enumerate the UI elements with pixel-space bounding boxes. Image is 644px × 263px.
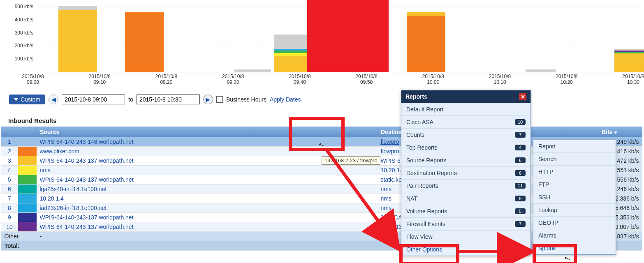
- destination-link[interactable]: flowpro: [381, 138, 399, 145]
- row-number: 2: [1, 147, 18, 156]
- reports-menu-item[interactable]: Other Options: [401, 243, 530, 256]
- destination-link[interactable]: nms: [381, 205, 391, 211]
- chart-bar[interactable]: [274, 35, 311, 72]
- step-back-button[interactable]: ◀: [49, 95, 58, 104]
- row-color-swatch: [18, 203, 37, 213]
- destination-link[interactable]: nms: [381, 195, 391, 202]
- source-link[interactable]: nms: [40, 167, 51, 173]
- col-bits[interactable]: Bits: [598, 127, 642, 137]
- source-link[interactable]: iad23s26-in-f18.1e100.net: [40, 205, 107, 211]
- reports-menu-item[interactable]: Top Reports4: [401, 141, 530, 154]
- submenu-item[interactable]: HTTP: [533, 165, 616, 178]
- source-link[interactable]: WPIS-64-140-243-137.worldpath.net: [40, 157, 134, 164]
- col-source[interactable]: Source: [37, 127, 378, 137]
- submenu-item[interactable]: GEO IP: [533, 216, 616, 229]
- row-color-swatch: [18, 194, 37, 203]
- menu-item-label: Flow View: [406, 233, 433, 240]
- count-badge: 11: [515, 183, 526, 189]
- chart-bar[interactable]: [125, 12, 164, 72]
- submenu-item[interactable]: Alarms: [533, 229, 616, 242]
- source-link[interactable]: WPIS-64-140-243-137.worldpath.net: [40, 224, 134, 230]
- count-badge: 4: [515, 145, 526, 150]
- row-color-swatch: [18, 156, 37, 166]
- chart-bar[interactable]: [407, 12, 445, 72]
- business-hours-label: Business Hours: [226, 96, 266, 103]
- source-link[interactable]: WPIS-64-140-243-137.worldpath.net: [40, 214, 134, 221]
- submenu-item[interactable]: Lookup: [533, 203, 616, 216]
- menu-item-label: NAT: [406, 195, 417, 202]
- chart-bar[interactable]: [58, 6, 97, 72]
- chart-bar[interactable]: [526, 69, 556, 72]
- submenu-item[interactable]: Report: [533, 140, 616, 152]
- submenu-item[interactable]: Search: [533, 152, 616, 165]
- from-date-input[interactable]: [62, 95, 125, 104]
- menu-item-label: Pair Reports: [406, 182, 438, 189]
- reports-menu-item[interactable]: Flow View: [401, 230, 530, 243]
- chart-bar[interactable]: [234, 69, 271, 72]
- step-forward-button[interactable]: ▶: [203, 95, 213, 104]
- count-badge: 8: [515, 196, 526, 201]
- col-index: [1, 127, 18, 137]
- reports-menu-item[interactable]: Default Report: [401, 103, 530, 115]
- count-badge: 7: [515, 132, 526, 138]
- source-link[interactable]: www.plixer.com: [40, 148, 79, 155]
- business-hours-checkbox[interactable]: [216, 96, 223, 103]
- source-link[interactable]: lga25s40-in-f14.1e100.net: [40, 186, 107, 192]
- submenu-item[interactable]: SSH: [533, 191, 616, 203]
- row-number: 7: [1, 194, 18, 203]
- source-link[interactable]: 10.20.1.4: [40, 195, 64, 202]
- count-badge: 6: [515, 157, 526, 163]
- sort-icon: [614, 132, 617, 134]
- time-range-label: Custom: [21, 96, 40, 103]
- source-link[interactable]: WPIS-64-140-243-148.worldpath.net: [40, 138, 134, 145]
- x-tick-label: 2015/10/810:00: [422, 74, 444, 85]
- row-number: 1: [1, 137, 18, 147]
- destination-link[interactable]: flowpro: [381, 148, 399, 155]
- chart-bar[interactable]: [307, 0, 389, 72]
- row-number: 8: [1, 203, 18, 213]
- to-date-input[interactable]: [137, 95, 200, 104]
- row-color-swatch: [18, 213, 37, 222]
- time-controls: Custom ◀ to ▶ Business Hours Apply Dates: [9, 93, 301, 106]
- destination-link[interactable]: nms: [381, 186, 391, 192]
- count-badge: 7: [515, 221, 526, 227]
- reports-menu-item[interactable]: Counts7: [401, 128, 530, 141]
- row-color-swatch: [18, 185, 37, 194]
- count-badge: 6: [515, 170, 526, 176]
- x-tick-label: 2015/10/810:10: [489, 74, 511, 85]
- row-number: 3: [1, 156, 18, 166]
- menu-item-label: Counts: [406, 132, 424, 138]
- row-number: 5: [1, 175, 18, 185]
- hover-tooltip: 192.168.2.23 / flowpro: [322, 156, 380, 165]
- count-badge: 10: [515, 119, 526, 125]
- other-label: Other: [1, 232, 37, 241]
- apply-dates-link[interactable]: Apply Dates: [270, 96, 301, 103]
- x-tick-label: 2015/10/809:30: [222, 74, 244, 85]
- x-tick-label: 2015/10/809:40: [289, 74, 310, 85]
- col-color: [18, 127, 37, 137]
- time-range-button[interactable]: Custom: [9, 95, 45, 104]
- menu-item-label: Destination Reports: [406, 170, 457, 176]
- reports-menu-item[interactable]: Destination Reports6: [401, 166, 530, 179]
- menu-item-label: Volume Reports: [406, 208, 447, 215]
- count-badge: 5: [515, 208, 526, 214]
- y-tick-label: 300 kb/s: [15, 30, 33, 36]
- other-src: -: [37, 232, 378, 241]
- reports-menu-item[interactable]: Firewall Events7: [401, 217, 530, 230]
- chevron-down-icon: [14, 98, 18, 101]
- row-number: 6: [1, 185, 18, 194]
- reports-menu-item[interactable]: Volume Reports5: [401, 205, 530, 217]
- submenu-item[interactable]: Splunk: [533, 242, 616, 254]
- reports-menu-item[interactable]: Source Reports6: [401, 154, 530, 166]
- to-label: to: [128, 96, 133, 103]
- menu-item-label: Source Reports: [406, 157, 446, 164]
- reports-menu-item[interactable]: NAT8: [401, 192, 530, 205]
- close-icon[interactable]: ✕: [519, 93, 526, 100]
- x-tick-label: 2015/10/809:50: [355, 74, 377, 85]
- chart-bar[interactable]: [614, 49, 644, 72]
- reports-menu-item[interactable]: Pair Reports11: [401, 179, 530, 192]
- submenu-item[interactable]: FTP: [533, 178, 616, 191]
- reports-menu-item[interactable]: Cisco ASA10: [401, 115, 530, 128]
- source-link[interactable]: WPIS-64-140-243-137.worldpath.net: [40, 176, 134, 183]
- traffic-chart: 100 kb/s200 kb/s300 kb/s400 kb/s500 kb/s: [6, 0, 639, 74]
